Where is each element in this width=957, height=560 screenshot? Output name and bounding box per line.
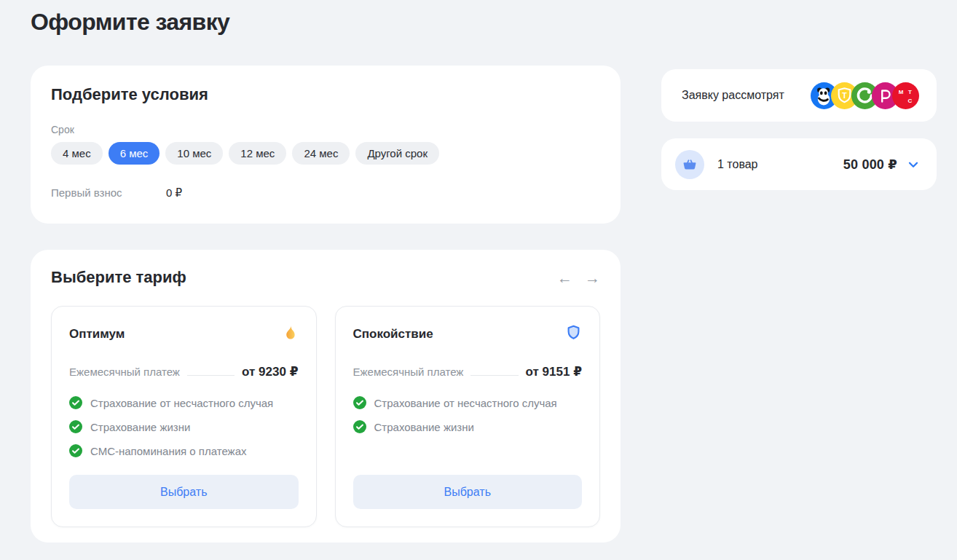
tariff-card-calm: Спокойствие Ежемесячный платеж от 9151 ₽ [335, 306, 601, 527]
review-banks-card: Заявку рассмотрят Т [661, 69, 937, 122]
feature-item: Страхование жизни [69, 420, 299, 433]
payment-value: от 9230 ₽ [242, 364, 298, 379]
page-title: Оформите заявку [31, 9, 229, 36]
review-label: Заявку рассмотрят [682, 89, 784, 102]
feature-text: Страхование жизни [374, 421, 474, 433]
cart-right-group: 50 000 ₽ [843, 157, 919, 173]
term-chip-10mo[interactable]: 10 мес [165, 142, 223, 165]
svg-text:С: С [908, 97, 913, 103]
sidebar: Заявку рассмотрят Т [661, 69, 937, 190]
basket-icon [675, 150, 704, 179]
feature-item: Страхование от несчастного случая [353, 396, 583, 409]
carousel-nav: ← → [557, 270, 600, 285]
svg-text:Т: Т [842, 90, 847, 99]
cart-summary-card[interactable]: 1 товар 50 000 ₽ [661, 138, 937, 190]
shield-icon [565, 324, 582, 344]
term-chip-24mo[interactable]: 24 мес [292, 142, 350, 165]
feature-text: Страхование от несчастного случая [90, 397, 273, 409]
first-payment-label: Первый взнос [51, 186, 166, 199]
tariffs-header: Выберите тариф ← → [51, 268, 600, 287]
tariff-card-optimum: Оптимум [51, 306, 317, 527]
leader-line [470, 375, 518, 376]
feature-text: Страхование жизни [90, 421, 190, 433]
chevron-down-icon[interactable] [907, 159, 919, 170]
tariff-row: Оптимум [51, 306, 600, 527]
tariffs-title: Выберите тариф [51, 268, 186, 287]
feature-list: Страхование от несчастного случая Страхо… [69, 396, 299, 468]
select-tariff-button[interactable]: Выбрать [353, 475, 583, 509]
check-circle-icon [353, 420, 366, 433]
feature-item: Страхование от несчастного случая [69, 396, 299, 409]
term-chips: 4 мес 6 мес 10 мес 12 мес 24 мес Другой … [51, 142, 600, 165]
flame-icon [282, 324, 299, 344]
cart-total: 50 000 ₽ [843, 157, 897, 173]
svg-text:М: М [899, 89, 904, 95]
cart-items-label: 1 товар [717, 158, 758, 171]
payment-label: Ежемесячный платеж [69, 366, 180, 378]
feature-item: Страхование жизни [353, 420, 583, 433]
tariff-head: Спокойствие [353, 324, 583, 344]
conditions-card: Подберите условия Срок 4 мес 6 мес 10 ме… [31, 66, 621, 224]
payment-row: Ежемесячный платеж от 9230 ₽ [69, 364, 299, 379]
term-chip-4mo[interactable]: 4 мес [51, 142, 103, 165]
tariff-name: Оптимум [69, 327, 125, 342]
bank-logos: Т М Т С [811, 82, 919, 109]
check-circle-icon [69, 420, 82, 433]
check-circle-icon [353, 396, 366, 409]
mts-bank-logo: М Т С [892, 82, 919, 109]
select-tariff-button[interactable]: Выбрать [69, 475, 299, 509]
first-payment-row: Первый взнос 0 ₽ [51, 186, 600, 200]
svg-text:Т: Т [908, 89, 912, 95]
payment-row: Ежемесячный платеж от 9151 ₽ [353, 364, 583, 379]
check-circle-icon [69, 396, 82, 409]
tariffs-card: Выберите тариф ← → Оптимум [31, 250, 621, 543]
term-chip-other[interactable]: Другой срок [355, 142, 439, 165]
feature-text: СМС-напоминания о платежах [90, 445, 247, 457]
payment-value: от 9151 ₽ [526, 364, 582, 379]
check-circle-icon [69, 444, 82, 457]
tariff-name: Спокойствие [353, 327, 433, 342]
main-column: Подберите условия Срок 4 мес 6 мес 10 ме… [31, 66, 621, 543]
term-label: Срок [51, 124, 600, 135]
feature-list: Страхование от несчастного случая Страхо… [353, 396, 583, 444]
arrow-left-icon[interactable]: ← [557, 270, 572, 285]
term-chip-6mo[interactable]: 6 мес [109, 142, 160, 165]
tariff-head: Оптимум [69, 324, 299, 344]
conditions-title: Подберите условия [51, 85, 600, 104]
first-payment-value[interactable]: 0 ₽ [166, 186, 182, 200]
arrow-right-icon[interactable]: → [585, 270, 600, 285]
leader-line [187, 375, 235, 376]
feature-item: СМС-напоминания о платежах [69, 444, 299, 457]
feature-text: Страхование от несчастного случая [374, 397, 557, 409]
payment-label: Ежемесячный платеж [353, 366, 464, 378]
term-chip-12mo[interactable]: 12 мес [229, 142, 286, 165]
